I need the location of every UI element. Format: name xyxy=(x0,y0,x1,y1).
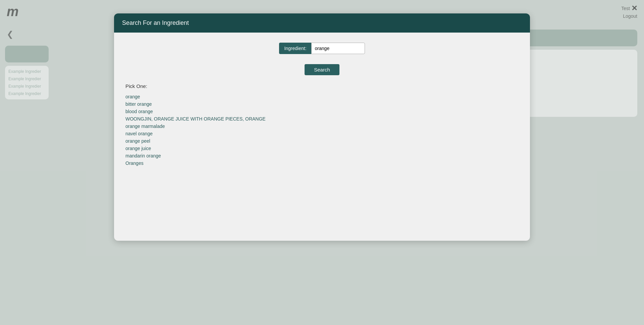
search-input-row: Ingredient: xyxy=(279,43,365,54)
list-item[interactable]: orange juice xyxy=(125,145,522,152)
list-item[interactable]: orange peel xyxy=(125,137,522,145)
modal-dialog: Search For an Ingredient Ingredient: Sea… xyxy=(114,13,530,241)
search-section: Ingredient: Search xyxy=(122,43,522,75)
pick-one-label: Pick One: xyxy=(125,83,522,89)
ingredient-input[interactable] xyxy=(311,43,365,54)
ingredient-label: Ingredient: xyxy=(279,43,311,54)
list-item[interactable]: orange xyxy=(125,93,522,100)
search-button[interactable]: Search xyxy=(305,64,339,75)
modal-title: Search For an Ingredient xyxy=(122,19,189,27)
list-item[interactable]: mandarin orange xyxy=(125,152,522,159)
list-item[interactable]: orange marmalade xyxy=(125,123,522,130)
list-item[interactable]: navel orange xyxy=(125,130,522,137)
modal-header: Search For an Ingredient xyxy=(114,13,530,33)
modal-overlay: Search For an Ingredient Ingredient: Sea… xyxy=(0,0,644,325)
modal-body: Ingredient: Search Pick One: orangebitte… xyxy=(114,33,530,241)
list-item[interactable]: blood orange xyxy=(125,108,522,115)
list-item[interactable]: WOONGJIN, ORANGE JUICE WITH ORANGE PIECE… xyxy=(125,115,522,123)
list-item[interactable]: bitter orange xyxy=(125,100,522,108)
list-item[interactable]: Oranges xyxy=(125,159,522,167)
results-list: orangebitter orangeblood orangeWOONGJIN,… xyxy=(125,93,522,167)
